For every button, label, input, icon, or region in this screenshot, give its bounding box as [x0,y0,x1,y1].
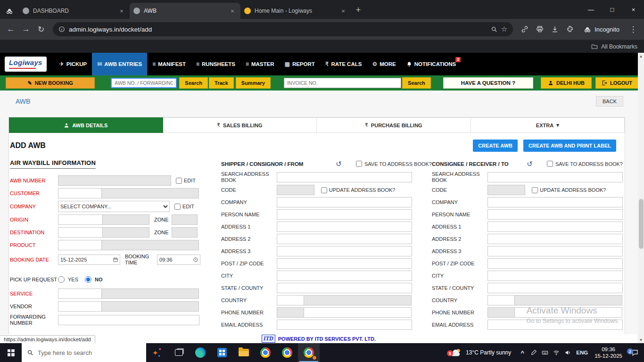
consignee-address3-input[interactable] [487,246,623,256]
print-icon[interactable] [533,22,547,36]
close-window-button[interactable]: × [623,0,644,19]
tab-extra[interactable]: EXTRA ▾ [471,117,625,133]
nav-item-awb-entries[interactable]: ✉AWB ENTRIES [92,53,147,75]
create-awb-button[interactable]: CREATE AWB [473,140,518,152]
back-page-button[interactable]: BACK [596,96,623,107]
bookmark-star-icon[interactable]: ☆ [501,25,507,33]
file-explorer-icon[interactable] [233,343,255,362]
awb-search-input[interactable] [111,78,177,88]
service-name-input[interactable] [101,288,199,299]
shipper-update-checkbox[interactable] [321,187,327,193]
consignee-phone-input[interactable] [514,307,622,318]
browser-menu-icon[interactable]: ⋮ [626,22,640,36]
consignee-save-checkbox[interactable] [547,161,553,167]
tab-close-icon[interactable]: × [228,7,237,15]
chrome-active-icon[interactable] [298,343,320,362]
summary-button[interactable]: Summary [236,77,271,89]
nav-item-master[interactable]: ≡MASTER [240,53,280,75]
booking-time-input[interactable] [157,255,200,265]
invoice-search-input[interactable] [284,78,401,88]
shipper-country-name-input[interactable] [304,295,412,305]
consignee-person-input[interactable] [487,209,623,220]
shipper-country-code-input[interactable] [277,295,304,305]
nav-item-rate-cals[interactable]: ₹RATE CALS [320,53,367,75]
track-button[interactable]: Track [209,77,234,89]
volume-icon[interactable] [562,349,573,356]
destination-name-input[interactable] [102,227,149,238]
awb-number-edit-checkbox[interactable] [176,178,182,184]
logiways-logo[interactable]: Logiways [5,57,47,72]
destination-zone-input[interactable] [172,227,198,238]
shipper-search-address-input[interactable] [277,172,412,182]
minimize-button[interactable]: — [580,0,602,19]
consignee-country-code-input[interactable] [487,295,515,305]
shipper-phone-input[interactable] [304,307,412,318]
pen-icon[interactable] [528,349,539,356]
booking-date-input[interactable] [58,255,120,265]
scrollbar-track[interactable] [638,59,644,337]
forwarding-number-input[interactable] [58,315,199,325]
new-booking-button[interactable]: ✎ NEW BOOKING [6,77,95,89]
awb-number-input[interactable] [58,175,171,186]
vendor-name-input[interactable] [101,301,199,312]
shipper-zip-input[interactable] [277,258,412,269]
site-info-icon[interactable] [58,26,65,33]
touch-keyboard-icon[interactable] [539,349,551,356]
shipper-person-input[interactable] [277,209,412,220]
create-awb-print-button[interactable]: CREATE AWB AND PRINT LABEL [523,140,616,152]
consignee-address2-input[interactable] [487,234,623,244]
shipper-phone-code-input[interactable] [277,307,304,318]
consignee-company-input[interactable] [487,197,623,207]
search-highlights-icon[interactable]: ✦ ✦ ✦ [146,343,168,362]
consignee-country-name-input[interactable] [514,295,622,305]
nav-item-notifications[interactable]: NOTIFICATIONS 2 [401,53,462,75]
consignee-phone-code-input[interactable] [487,307,515,318]
consignee-reset-icon[interactable]: ↺ [527,160,533,167]
all-bookmarks-label[interactable]: All Bookmarks [601,43,637,50]
nav-item-runsheets[interactable]: ≡RUNSHEETS [191,53,240,75]
shipper-address3-input[interactable] [277,246,412,256]
tab-purchase-billing[interactable]: ₹ PURCHASE BILLING [317,117,471,133]
shipper-save-checkbox[interactable] [356,161,362,167]
origin-code-input[interactable] [58,214,103,225]
back-button[interactable]: ← [4,22,18,36]
tab-awb[interactable]: AWB × [130,3,240,19]
new-tab-button[interactable]: + [351,3,365,17]
tab-home-main[interactable]: Home Main - Logiways × [240,3,351,19]
consignee-update-checkbox[interactable] [532,187,538,193]
logout-button[interactable]: LOGOUT [595,77,638,89]
action-center-icon[interactable]: 2 [626,349,644,356]
nav-item-manifest[interactable]: ≡MANIFEST [147,53,191,75]
shipper-city-input[interactable] [277,271,412,281]
copy-link-icon[interactable] [518,22,532,36]
hub-button[interactable]: DELHI HUB [541,77,592,89]
reload-button[interactable]: ↻ [34,22,48,36]
tab-close-icon[interactable]: × [117,7,126,15]
shipper-company-input[interactable] [277,197,412,207]
url-text[interactable]: admin.logiways.in/docket/add [69,26,487,33]
consignee-search-address-input[interactable] [487,172,623,182]
service-code-input[interactable] [58,288,102,299]
destination-code-input[interactable] [58,227,103,238]
pickup-yes-radio[interactable] [58,276,65,283]
consignee-code-input[interactable] [487,185,525,195]
origin-name-input[interactable] [102,214,149,225]
invoice-search-button[interactable]: Search [402,77,431,89]
edge-icon[interactable] [190,343,211,362]
shipper-email-input[interactable] [277,320,412,330]
company-edit-checkbox[interactable] [174,204,181,210]
shipper-address2-input[interactable] [277,234,412,244]
shipper-reset-icon[interactable]: ↺ [336,160,342,167]
tray-chevron-icon[interactable]: ^ [517,349,528,356]
tab-awb-details[interactable]: AWB DETAILS [9,117,163,133]
start-button[interactable] [0,343,22,362]
customer-name-input[interactable] [101,188,199,198]
scrollbar-thumb[interactable] [639,199,644,249]
product-code-input[interactable] [58,240,102,250]
awb-search-button[interactable]: Search [179,77,208,89]
chrome-icon[interactable] [276,343,298,362]
shipper-state-input[interactable] [277,283,412,293]
task-view-icon[interactable] [168,343,190,362]
chrome-icon[interactable] [255,343,276,362]
store-icon[interactable] [211,343,233,362]
